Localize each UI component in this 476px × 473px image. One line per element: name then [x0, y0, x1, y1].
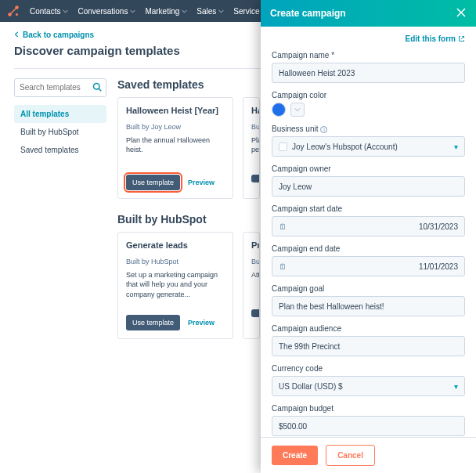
calendar-icon: 🗓	[279, 222, 287, 231]
chevron-down-icon	[130, 9, 135, 14]
campaign-owner-label: Campaign owner	[272, 164, 465, 173]
card-description: Plan perf	[251, 135, 259, 159]
search-container	[14, 78, 106, 97]
campaign-budget-label: Campaign budget	[272, 404, 465, 413]
card-description: Plan the annual Halloween heist.	[126, 135, 225, 159]
campaign-audience-label: Campaign audience	[272, 324, 465, 333]
card-author: Built by Joy Leow	[126, 123, 225, 131]
use-template-button[interactable]: Use template	[126, 175, 180, 190]
template-card: Ha Built Plan perf	[243, 97, 260, 199]
svg-line-5	[99, 88, 101, 91]
chevron-down-icon	[182, 9, 187, 14]
card-author: Built	[251, 258, 259, 265]
color-dropdown[interactable]	[290, 103, 305, 117]
svg-point-4	[94, 83, 100, 89]
chevron-down-icon	[218, 9, 224, 14]
modal-title: Create campaign	[270, 8, 346, 19]
campaign-name-input[interactable]	[272, 63, 465, 83]
back-link[interactable]: Back to campaigns	[14, 31, 94, 39]
use-template-button[interactable]: Use template	[126, 315, 180, 330]
chevron-down-icon: ▾	[454, 382, 458, 391]
close-icon[interactable]	[456, 7, 467, 20]
search-icon	[92, 82, 102, 93]
card-title: Pr	[251, 240, 259, 250]
template-card: Pr Built Attr	[243, 232, 260, 340]
hubspot-logo-icon	[6, 4, 20, 18]
external-link-icon	[458, 35, 465, 42]
start-date-label: Campaign start date	[272, 204, 465, 213]
business-unit-select[interactable]: Joy Leow's Hubspot (Account) ▾	[272, 136, 465, 157]
card-description: Set up a marketing campaign that will he…	[126, 270, 225, 300]
preview-link[interactable]: Preview	[188, 179, 215, 186]
card-title: Generate leads	[126, 240, 225, 250]
color-swatch	[272, 103, 286, 117]
nav-contacts[interactable]: Contacts	[25, 7, 73, 16]
campaign-color-label: Campaign color	[272, 91, 465, 99]
modal-footer: Create Cancel	[261, 437, 476, 473]
currency-code-label: Currency code	[272, 364, 465, 373]
svg-line-3	[11, 9, 16, 13]
filter-all-templates[interactable]: All templates	[14, 105, 106, 123]
campaign-goal-input[interactable]	[272, 296, 465, 316]
campaign-budget-input[interactable]	[272, 416, 465, 436]
calendar-icon: 🗓	[279, 262, 287, 271]
template-card: Halloween Heist [Year] Built by Joy Leow…	[117, 97, 233, 199]
card-description: Attr	[251, 270, 259, 294]
nav-sales[interactable]: Sales	[192, 7, 229, 16]
campaign-goal-label: Campaign goal	[272, 284, 465, 293]
chevron-down-icon	[63, 9, 68, 14]
svg-point-2	[16, 13, 18, 16]
chevron-down-icon: ▾	[454, 143, 458, 151]
card-title: Ha	[251, 106, 259, 115]
use-template-button[interactable]	[251, 309, 260, 317]
end-date-input[interactable]: 🗓11/01/2023	[272, 256, 465, 276]
nav-conversations[interactable]: Conversations	[73, 7, 140, 16]
end-date-label: Campaign end date	[272, 244, 465, 253]
create-button[interactable]: Create	[272, 446, 318, 465]
filter-list: All templates Built by HubSpot Saved tem…	[14, 105, 106, 159]
info-icon: i	[320, 126, 327, 133]
campaign-name-label: Campaign name *	[272, 51, 465, 60]
chevron-down-icon	[294, 107, 301, 113]
currency-code-select[interactable]: US Dollar (USD) $▾	[272, 376, 465, 396]
chevron-left-icon	[14, 31, 20, 38]
nav-marketing[interactable]: Marketing	[140, 7, 192, 16]
filter-built-by-hubspot[interactable]: Built by HubSpot	[14, 123, 106, 141]
card-author: Built by HubSpot	[126, 258, 225, 265]
filter-saved-templates[interactable]: Saved templates	[14, 141, 106, 159]
card-author: Built	[251, 123, 259, 131]
checkbox-icon	[279, 143, 287, 151]
template-card: Generate leads Built by HubSpot Set up a…	[117, 232, 233, 340]
use-template-button[interactable]	[251, 175, 260, 182]
create-campaign-panel: Create campaign Edit this form Campaign …	[261, 0, 476, 473]
business-unit-label: Business uniti	[272, 125, 465, 133]
modal-header: Create campaign	[261, 0, 476, 27]
cancel-button[interactable]: Cancel	[326, 445, 375, 466]
preview-link[interactable]: Preview	[188, 319, 215, 327]
card-title: Halloween Heist [Year]	[126, 106, 225, 115]
campaign-audience-input[interactable]	[272, 336, 465, 356]
start-date-input[interactable]: 🗓10/31/2023	[272, 216, 465, 236]
campaign-owner-select[interactable]: Joy Leow	[272, 176, 465, 197]
edit-form-link[interactable]: Edit this form	[406, 34, 465, 43]
